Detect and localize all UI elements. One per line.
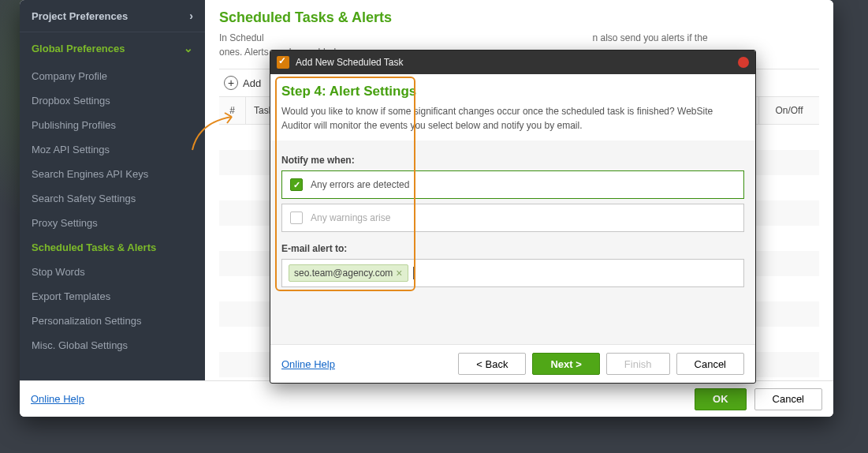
modal-step-header: Step 4: Alert Settings Would you like to… xyxy=(270,74,755,140)
sidebar-global-header[interactable]: Global Preferences ⌄ xyxy=(20,32,205,64)
sidebar-item-dropbox[interactable]: Dropbox Settings xyxy=(20,88,205,113)
add-button[interactable]: + Add xyxy=(219,73,266,93)
email-label: E-mail alert to: xyxy=(281,243,744,254)
checkbox-warnings[interactable]: Any warnings arise xyxy=(281,204,744,232)
page-title: Scheduled Tasks & Alerts xyxy=(219,9,819,26)
checkbox-errors[interactable]: Any errors are detected xyxy=(281,170,744,199)
add-button-label: Add xyxy=(243,77,261,89)
sidebar-item-company-profile[interactable]: Company Profile xyxy=(20,64,205,88)
checkbox-icon xyxy=(290,212,303,224)
modal-footer: Online Help < Back Next > Finish Cancel xyxy=(270,344,755,383)
sidebar-item-se-api-keys[interactable]: Search Engines API Keys xyxy=(20,162,205,186)
ok-button[interactable]: OK xyxy=(695,388,747,410)
chevron-right-icon: › xyxy=(189,9,193,22)
checkbox-errors-label: Any errors are detected xyxy=(311,179,409,190)
sidebar-item-publishing[interactable]: Publishing Profiles xyxy=(20,113,205,137)
modal-titlebar[interactable]: Add New Scheduled Task xyxy=(270,51,755,74)
finish-button[interactable]: Finish xyxy=(606,353,670,375)
plus-icon: + xyxy=(224,76,238,90)
modal-form: Notify me when: Any errors are detected … xyxy=(270,140,755,344)
bottom-bar: Online Help OK Cancel xyxy=(20,380,833,417)
sidebar-project-header[interactable]: Project Preferences › xyxy=(20,0,205,32)
checkbox-warnings-label: Any warnings arise xyxy=(311,212,390,223)
step-title: Step 4: Alert Settings xyxy=(281,84,744,99)
back-button[interactable]: < Back xyxy=(458,353,526,375)
email-input[interactable]: seo.team@agency.com × xyxy=(281,259,744,287)
sidebar-item-scheduled-tasks[interactable]: Scheduled Tasks & Alerts xyxy=(20,235,205,260)
online-help-link[interactable]: Online Help xyxy=(31,393,84,405)
sidebar: Project Preferences › Global Preferences… xyxy=(20,0,205,380)
col-onoff: On/Off xyxy=(759,97,819,124)
add-task-modal: Add New Scheduled Task Step 4: Alert Set… xyxy=(270,50,756,384)
checkbox-icon xyxy=(290,178,303,191)
sidebar-item-export-templates[interactable]: Export Templates xyxy=(20,284,205,309)
email-tag-text: seo.team@agency.com xyxy=(294,268,393,279)
next-button[interactable]: Next > xyxy=(532,353,599,375)
modal-cancel-button[interactable]: Cancel xyxy=(676,353,744,375)
close-icon[interactable] xyxy=(738,57,749,68)
sidebar-item-misc[interactable]: Misc. Global Settings xyxy=(20,333,205,358)
step-description: Would you like to know if some significa… xyxy=(281,104,744,133)
notify-label: Notify me when: xyxy=(281,155,744,166)
cancel-button[interactable]: Cancel xyxy=(754,388,822,410)
modal-title-label: Add New Scheduled Task xyxy=(296,57,404,68)
sidebar-item-personalization[interactable]: Personalization Settings xyxy=(20,309,205,333)
task-icon xyxy=(277,56,289,69)
sidebar-global-label: Global Preferences xyxy=(32,43,125,54)
modal-help-link[interactable]: Online Help xyxy=(281,358,335,370)
remove-tag-icon[interactable]: × xyxy=(396,268,402,279)
sidebar-item-moz-api[interactable]: Moz API Settings xyxy=(20,137,205,162)
chevron-down-icon: ⌄ xyxy=(184,42,193,54)
email-tag[interactable]: seo.team@agency.com × xyxy=(289,264,408,282)
sidebar-project-label: Project Preferences xyxy=(32,10,128,22)
sidebar-item-stop-words[interactable]: Stop Words xyxy=(20,260,205,284)
sidebar-item-proxy[interactable]: Proxy Settings xyxy=(20,211,205,235)
text-cursor xyxy=(413,267,414,279)
col-num: # xyxy=(219,97,246,124)
sidebar-item-safety[interactable]: Search Safety Settings xyxy=(20,186,205,211)
